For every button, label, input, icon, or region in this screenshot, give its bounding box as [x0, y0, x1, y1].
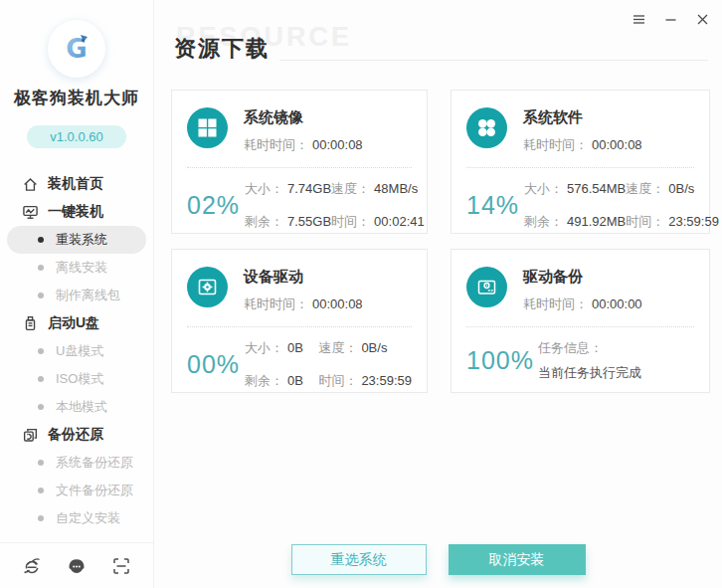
stat-value: 0B: [287, 373, 303, 388]
sidebar-item-label: 本地模式: [56, 398, 107, 416]
progress-percent: 14%: [466, 191, 520, 220]
minimize-icon[interactable]: [662, 11, 678, 27]
sidebar-item-backup-restore[interactable]: 备份还原: [0, 421, 153, 449]
elapsed-label: 耗时时间：: [523, 296, 588, 311]
sidebar-item-make-offline-pack[interactable]: 制作离线包: [0, 282, 153, 309]
elapsed-label: 耗时时间：: [523, 137, 588, 152]
stat-value: 7.74GB: [287, 181, 331, 196]
elapsed-value: 00:00:08: [312, 296, 363, 311]
card-title: 系统软件: [523, 107, 642, 127]
sidebar-item-usb-mode[interactable]: U盘模式: [0, 337, 153, 365]
home-icon: [22, 176, 39, 193]
stat-value: 576.54MB: [567, 181, 626, 196]
window-controls: [631, 11, 710, 27]
sidebar-item-label: 文件备份还原: [56, 482, 133, 499]
sidebar-item-label: 一键装机: [48, 203, 103, 221]
app-window: G 极客狗装机大师 v1.0.0.60 装机首页 一键装机: [0, 0, 722, 588]
progress-percent: 00%: [187, 350, 241, 379]
sidebar: G 极客狗装机大师 v1.0.0.60 装机首页 一键装机: [0, 0, 154, 588]
sidebar-item-label: 重装系统: [56, 231, 107, 249]
elapsed-label: 耗时时间：: [244, 137, 308, 152]
task-status-text: 当前任务执行完成: [538, 364, 641, 382]
dotted-divider: [466, 167, 694, 168]
sidebar-item-label: 备份还原: [48, 426, 103, 444]
sidebar-item-onekey-install[interactable]: 一键装机: [0, 198, 153, 226]
stat-label: 速度：: [331, 181, 370, 196]
stat-label: 时间：: [626, 214, 664, 229]
elapsed-value: 00:00:08: [592, 137, 642, 152]
card-system-software: 系统软件 耗时时间：00:00:08 14% 大小：576.54MB 速度：0B…: [451, 90, 710, 234]
dotted-divider: [187, 326, 412, 327]
card-title: 驱动备份: [523, 267, 642, 287]
progress-percent: 02%: [187, 191, 241, 220]
driver-gear-icon: [187, 267, 228, 307]
scan-qr-icon[interactable]: [111, 556, 131, 576]
bullet-icon: [38, 348, 44, 354]
app-title: 极客狗装机大师: [14, 87, 139, 109]
sidebar-item-system-backup-restore[interactable]: 系统备份还原: [0, 449, 153, 477]
disk-backup-icon: [466, 267, 507, 307]
dotted-divider: [187, 167, 412, 168]
bullet-icon: [38, 488, 44, 493]
sidebar-item-local-mode[interactable]: 本地模式: [0, 393, 153, 421]
sidebar-item-label: 装机首页: [48, 175, 103, 193]
sidebar-item-label: ISO模式: [56, 370, 103, 388]
stat-label: 剩余：: [524, 214, 563, 229]
elapsed-value: 00:00:00: [592, 296, 642, 311]
page-title: 资源下载: [174, 34, 270, 64]
stat-label: 剩余：: [245, 214, 283, 229]
stat-label: 大小：: [524, 181, 563, 196]
elapsed-value: 00:00:08: [312, 137, 363, 152]
sidebar-item-file-backup-restore[interactable]: 文件备份还原: [0, 477, 153, 504]
reselect-system-button[interactable]: 重选系统: [291, 544, 427, 575]
ie-browser-icon[interactable]: [22, 556, 42, 576]
sidebar-item-custom-install[interactable]: 自定义安装: [0, 504, 153, 532]
stat-label: 剩余：: [245, 373, 283, 388]
backup-restore-icon: [22, 427, 39, 444]
stat-value: 0B: [287, 340, 303, 355]
stat-value: 0B/s: [361, 340, 387, 355]
usb-drive-icon: [22, 315, 39, 332]
menu-icon[interactable]: [631, 11, 646, 27]
main-content: RESOURCE 资源下载 系统镜像 耗时时间：00:00:08: [154, 0, 722, 588]
stat-value: 00:02:41: [374, 214, 425, 229]
card-title: 设备驱动: [244, 267, 363, 287]
sidebar-item-install-home[interactable]: 装机首页: [0, 170, 153, 198]
header-divider: [279, 60, 708, 61]
sidebar-item-label: U盘模式: [56, 342, 103, 360]
page-header: RESOURCE 资源下载: [174, 34, 708, 64]
sidebar-item-offline-install[interactable]: 离线安装: [0, 254, 153, 282]
bullet-icon: [38, 515, 44, 521]
stat-label: 大小：: [245, 340, 283, 355]
cancel-install-button[interactable]: 取消安装: [449, 544, 586, 575]
sidebar-item-iso-mode[interactable]: ISO模式: [0, 365, 153, 393]
sidebar-item-boot-usb[interactable]: 启动U盘: [0, 309, 153, 337]
sidebar-item-label: 离线安装: [56, 259, 107, 277]
card-title: 系统镜像: [244, 107, 363, 127]
stat-label: 速度：: [318, 340, 357, 355]
stat-value: 48MB/s: [374, 181, 418, 196]
bullet-icon: [38, 376, 44, 382]
close-icon[interactable]: [694, 11, 710, 27]
task-info-label: 任务信息：: [538, 339, 641, 357]
apps-icon: [466, 107, 507, 148]
dog-logo-icon: G: [57, 29, 96, 69]
stat-value: 23:59:59: [361, 373, 412, 388]
footer-actions: 重选系统 取消安装: [154, 544, 722, 575]
download-cards: 系统镜像 耗时时间：00:00:08 02% 大小：7.74GB 速度：48MB…: [171, 90, 712, 393]
progress-percent: 100%: [466, 346, 534, 375]
sidebar-item-reinstall-system[interactable]: 重装系统: [7, 226, 146, 254]
stat-value: 491.92MB: [567, 214, 626, 229]
bullet-icon: [38, 404, 44, 410]
sidebar-nav: 装机首页 一键装机 重装系统 离线安装 制作离线包: [0, 170, 153, 532]
stat-label: 时间：: [331, 214, 370, 229]
stat-value: 0B/s: [668, 181, 694, 196]
bullet-icon: [38, 460, 44, 466]
customer-support-icon[interactable]: [67, 556, 87, 576]
windows-icon: [187, 107, 228, 148]
stat-label: 时间：: [318, 373, 357, 388]
card-device-driver: 设备驱动 耗时时间：00:00:08 00% 大小：0B 速度：0B/s 剩余：…: [171, 249, 428, 393]
stat-value: 23:59:59: [668, 214, 719, 229]
bullet-icon: [38, 237, 44, 243]
version-badge: v1.0.0.60: [27, 125, 126, 148]
